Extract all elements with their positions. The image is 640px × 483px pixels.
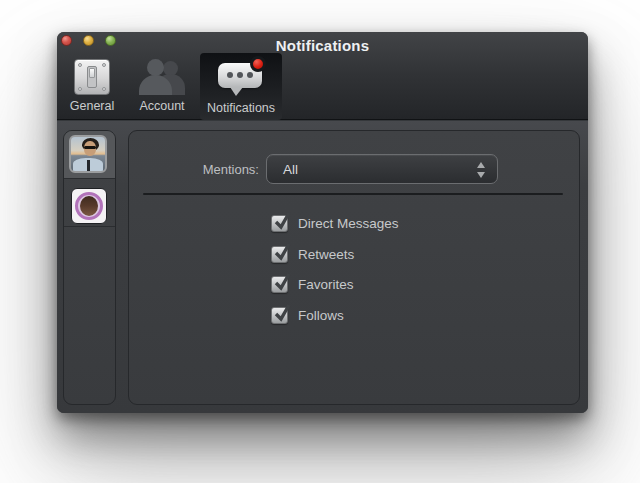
checkmark-icon	[273, 241, 292, 262]
tab-general[interactable]: General	[67, 53, 117, 120]
stepper-arrows-icon	[476, 162, 486, 178]
checkbox-follows[interactable]: Follows	[271, 307, 344, 324]
tab-account[interactable]: Account	[133, 53, 191, 120]
checkbox-box[interactable]	[271, 276, 288, 293]
accounts-sidebar	[63, 130, 116, 405]
checkbox-retweets[interactable]: Retweets	[271, 246, 354, 263]
checkbox-box[interactable]	[271, 246, 288, 263]
checkmark-icon	[273, 210, 292, 231]
checkbox-direct-messages[interactable]: Direct Messages	[271, 215, 399, 232]
light-switch-icon	[74, 59, 110, 95]
content-area: Mentions: All Direct Messages	[57, 121, 588, 413]
checkbox-box[interactable]	[271, 215, 288, 232]
tab-account-label: Account	[139, 99, 184, 113]
tab-notifications-label: Notifications	[207, 101, 275, 115]
mentions-selected-value: All	[283, 162, 298, 177]
window-title: Notifications	[57, 37, 588, 54]
checkbox-favorites[interactable]: Favorites	[271, 276, 354, 293]
account-avatar-1	[69, 135, 107, 173]
notification-badge	[250, 56, 266, 72]
account-avatar-2	[71, 188, 107, 224]
separator-line	[143, 193, 563, 195]
checkbox-label: Retweets	[298, 247, 354, 262]
users-icon	[139, 59, 185, 95]
sidebar-item-account-1[interactable]	[64, 131, 115, 179]
checkmark-icon	[273, 271, 292, 292]
tab-general-label: General	[70, 99, 114, 113]
mentions-select[interactable]: All	[266, 154, 498, 184]
checkbox-label: Favorites	[298, 277, 354, 292]
speech-bubble-icon	[215, 59, 267, 97]
titlebar-toolbar: Notifications General Account	[57, 32, 588, 120]
sidebar-item-account-2[interactable]	[64, 179, 115, 227]
notification-settings-panel: Mentions: All Direct Messages	[128, 130, 580, 405]
checkmark-icon	[273, 302, 292, 323]
mentions-label: Mentions:	[129, 162, 259, 177]
toolbar-tabs: General Account Notifications	[57, 53, 588, 120]
preferences-window: Notifications General Account	[57, 32, 588, 413]
checkbox-label: Follows	[298, 308, 344, 323]
checkbox-label: Direct Messages	[298, 216, 399, 231]
checkbox-box[interactable]	[271, 307, 288, 324]
tab-notifications[interactable]: Notifications	[200, 53, 282, 120]
